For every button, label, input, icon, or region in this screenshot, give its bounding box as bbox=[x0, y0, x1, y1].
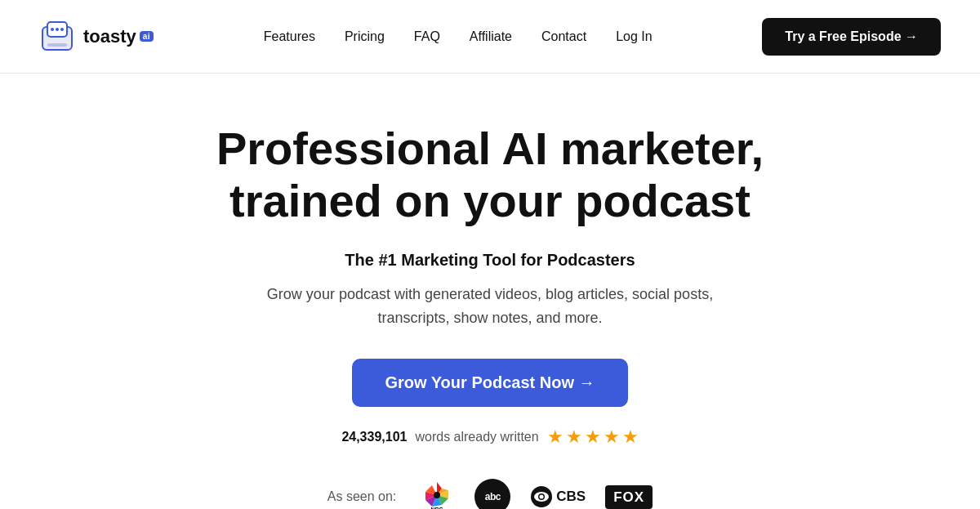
svg-rect-5 bbox=[47, 43, 67, 47]
media-logos: NBC abc CBS FOX bbox=[419, 477, 653, 509]
hero-subtitle: The #1 Marketing Tool for Podcasters bbox=[345, 251, 635, 270]
logo-ai-badge: ai bbox=[140, 31, 154, 42]
words-count-row: 24,339,101 words already written ★ ★ ★ ★… bbox=[341, 426, 638, 448]
svg-point-2 bbox=[51, 28, 54, 31]
header: toasty ai Features Pricing FAQ Affiliate… bbox=[0, 0, 980, 74]
words-count-number: 24,339,101 bbox=[341, 430, 407, 444]
nav-features[interactable]: Features bbox=[264, 29, 315, 44]
main-nav: Features Pricing FAQ Affiliate Contact L… bbox=[264, 29, 653, 44]
hero-description: Grow your podcast with generated videos,… bbox=[253, 283, 727, 330]
logo[interactable]: toasty ai bbox=[39, 19, 154, 55]
nav-pricing[interactable]: Pricing bbox=[345, 29, 385, 44]
star-1: ★ bbox=[547, 426, 564, 448]
hero-section: Professional AI marketer, trained on you… bbox=[0, 74, 980, 509]
star-4: ★ bbox=[604, 426, 620, 448]
nav-affiliate[interactable]: Affiliate bbox=[470, 29, 512, 44]
words-suffix: words already written bbox=[415, 430, 538, 444]
nav-contact[interactable]: Contact bbox=[541, 29, 586, 44]
star-3: ★ bbox=[585, 426, 601, 448]
hero-title-line1: Professional AI marketer, bbox=[216, 123, 764, 174]
nav-faq[interactable]: FAQ bbox=[414, 29, 440, 44]
logo-icon bbox=[39, 19, 75, 55]
star-rating: ★ ★ ★ ★ ★ bbox=[547, 426, 639, 448]
svg-point-4 bbox=[60, 28, 64, 31]
abc-logo: abc bbox=[474, 479, 510, 509]
nav-cta-button[interactable]: Try a Free Episode → bbox=[762, 18, 941, 56]
logo-text: toasty ai bbox=[83, 26, 154, 47]
cbs-text: CBS bbox=[556, 489, 586, 505]
hero-title: Professional AI marketer, trained on you… bbox=[216, 123, 764, 228]
nbc-logo: NBC bbox=[419, 477, 455, 509]
nav-login[interactable]: Log In bbox=[616, 29, 652, 44]
star-5: ★ bbox=[622, 426, 639, 448]
svg-point-15 bbox=[434, 492, 440, 498]
fox-logo: FOX bbox=[605, 485, 653, 509]
as-seen-label: As seen on: bbox=[327, 489, 397, 504]
star-2: ★ bbox=[566, 426, 582, 448]
logo-name: toasty bbox=[83, 26, 136, 47]
hero-title-line2: trained on your podcast bbox=[229, 175, 751, 226]
svg-point-20 bbox=[540, 495, 544, 499]
as-seen-on-row: As seen on: NBC bbox=[327, 477, 653, 509]
cbs-logo: CBS bbox=[530, 485, 586, 508]
svg-point-3 bbox=[56, 28, 59, 31]
hero-cta-button[interactable]: Grow Your Podcast Now → bbox=[352, 359, 627, 407]
